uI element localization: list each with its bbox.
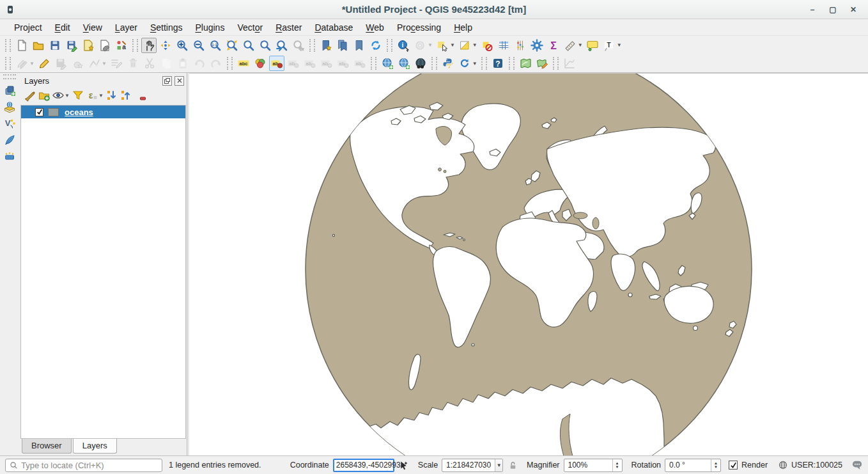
identify-features-button[interactable]: i <box>396 38 411 53</box>
deselect-all-button[interactable] <box>479 38 495 53</box>
open-attribute-table-button[interactable] <box>496 38 511 53</box>
lock-scale-icon[interactable] <box>508 461 518 470</box>
extents-toggle-icon[interactable] <box>398 460 409 471</box>
chevron-down-icon[interactable]: ▼ <box>98 93 104 99</box>
locator-search[interactable]: Type to locate (Ctrl+K) <box>5 459 162 472</box>
coordinate-input[interactable]: 2658439,-4502993 <box>333 459 394 472</box>
new-project-button[interactable] <box>14 38 29 53</box>
select-by-expression-button[interactable] <box>457 38 472 53</box>
menu-help[interactable]: Help <box>447 20 479 35</box>
help-contents-button[interactable]: ? <box>490 56 506 71</box>
panel-tab-browser[interactable]: Browser <box>22 439 72 454</box>
new-map-view-button[interactable] <box>380 56 395 71</box>
plugin-reload-button[interactable] <box>457 56 472 71</box>
toolbar-handle[interactable] <box>227 57 233 70</box>
python-console-button[interactable] <box>440 56 456 71</box>
expand-all-button[interactable] <box>105 88 119 102</box>
menu-processing[interactable]: Processing <box>391 20 447 35</box>
chevron-down-icon[interactable]: ▼ <box>578 42 583 48</box>
show-map-tips-button[interactable] <box>585 38 600 53</box>
minimize-button[interactable]: – <box>804 3 821 16</box>
chevron-down-icon[interactable]: ▼ <box>450 42 455 48</box>
maximize-button[interactable]: ▢ <box>825 3 841 16</box>
open-layer-styling-panel-button[interactable] <box>23 88 37 102</box>
zoom-out-button[interactable] <box>191 38 206 53</box>
menu-view[interactable]: View <box>77 20 109 35</box>
zoom-full-button[interactable] <box>224 38 240 53</box>
network-globe-icon[interactable] <box>778 460 788 470</box>
toggle-editing-button[interactable] <box>36 56 52 71</box>
new-temporary-scratch-layer-button[interactable] <box>2 132 17 148</box>
menu-edit[interactable]: Edit <box>49 20 77 35</box>
new-spatial-bookmark-button[interactable] <box>318 38 334 53</box>
new-geopackage-layer-button[interactable] <box>2 99 17 115</box>
zoom-native-button[interactable]: 1:1 <box>208 38 223 53</box>
menu-settings[interactable]: Settings <box>144 20 189 35</box>
measure-line-button[interactable] <box>562 38 578 53</box>
new-shapefile-layer-button[interactable]: V <box>2 116 17 131</box>
toolbar-handle[interactable] <box>309 39 315 52</box>
zoom-in-button[interactable] <box>174 38 190 53</box>
pan-to-selection-button[interactable] <box>158 38 173 53</box>
zoom-to-layer-button[interactable] <box>258 38 273 53</box>
messages-icon[interactable] <box>851 460 863 470</box>
rotation-spinbox[interactable]: 0.0 ° ▲▼ <box>665 459 721 472</box>
layer-visibility-checkbox[interactable] <box>35 108 43 116</box>
new-3d-map-view-button[interactable] <box>396 56 412 71</box>
chevron-down-icon[interactable]: ▼ <box>472 61 477 67</box>
toolbar-handle[interactable] <box>509 57 515 70</box>
toolbar-handle[interactable] <box>481 57 487 70</box>
menu-project[interactable]: Project <box>8 20 49 35</box>
menu-database[interactable]: Database <box>308 20 359 35</box>
chevron-down-icon[interactable]: ▼ <box>65 93 70 99</box>
layer-labeling-options-button[interactable]: abc <box>236 56 251 71</box>
open-field-calculator-button[interactable] <box>513 38 528 53</box>
scale-combo[interactable]: 1:218427030 ▼ <box>442 459 503 472</box>
statistical-summary-button[interactable]: Σ <box>546 38 561 53</box>
open-project-button[interactable] <box>31 38 46 53</box>
zoom-to-selection-button[interactable] <box>241 38 256 53</box>
spinner-arrows[interactable]: ▲▼ <box>711 459 720 471</box>
text-annotation-button[interactable]: T <box>601 38 617 53</box>
quickosm-plugin-button[interactable] <box>518 56 533 71</box>
map-canvas[interactable] <box>189 73 868 455</box>
pan-map-button[interactable] <box>141 38 157 53</box>
filter-by-expression-button[interactable]: ε <box>85 88 99 102</box>
show-bookmark-manager-button[interactable] <box>352 38 367 53</box>
save-project-as-button[interactable] <box>64 38 79 53</box>
layer-diagram-options-button[interactable] <box>252 56 268 71</box>
render-checkbox[interactable] <box>729 461 738 470</box>
chevron-down-icon[interactable]: ▼ <box>617 42 622 48</box>
toolbar-handle[interactable] <box>132 39 138 52</box>
toolbar-handle[interactable] <box>5 57 11 70</box>
chevron-down-icon[interactable]: ▼ <box>472 42 477 48</box>
toolbar-handle[interactable] <box>5 39 11 52</box>
panel-tab-layers[interactable]: Layers <box>73 439 117 454</box>
map-styling-plugin-button[interactable] <box>534 56 550 71</box>
data-source-manager-button[interactable] <box>2 83 17 98</box>
magnifier-spinbox[interactable]: 100% ▲▼ <box>564 459 623 472</box>
toolbar-handle[interactable] <box>3 74 16 79</box>
menu-layer[interactable]: Layer <box>109 20 144 35</box>
toolbar-handle[interactable] <box>371 57 376 70</box>
remove-layer-button[interactable] <box>133 88 147 102</box>
chevron-down-icon[interactable]: ▼ <box>495 459 502 471</box>
toolbar-handle[interactable] <box>387 39 392 52</box>
toolbar-handle[interactable] <box>553 57 559 70</box>
add-group-button[interactable] <box>37 88 51 102</box>
menu-web[interactable]: Web <box>359 20 391 35</box>
menu-plugins[interactable]: Plugins <box>189 20 231 35</box>
new-print-layout-button[interactable] <box>81 38 96 53</box>
highlight-pinned-labels-button[interactable]: ab <box>269 56 284 71</box>
processing-toolbox-button[interactable] <box>529 38 545 53</box>
spinner-arrows[interactable]: ▲▼ <box>612 459 622 471</box>
show-spatial-bookmarks-button[interactable] <box>335 38 350 53</box>
collapse-all-button[interactable] <box>119 88 133 102</box>
show-layout-manager-button[interactable] <box>97 38 112 53</box>
zoom-last-button[interactable] <box>274 38 290 53</box>
new-virtual-layer-button[interactable] <box>2 149 17 164</box>
menu-raster[interactable]: Raster <box>269 20 308 35</box>
layer-item-oceans[interactable]: oceans <box>21 106 185 118</box>
style-manager-button[interactable]: a <box>114 38 129 53</box>
manage-map-themes-button[interactable] <box>51 88 65 102</box>
